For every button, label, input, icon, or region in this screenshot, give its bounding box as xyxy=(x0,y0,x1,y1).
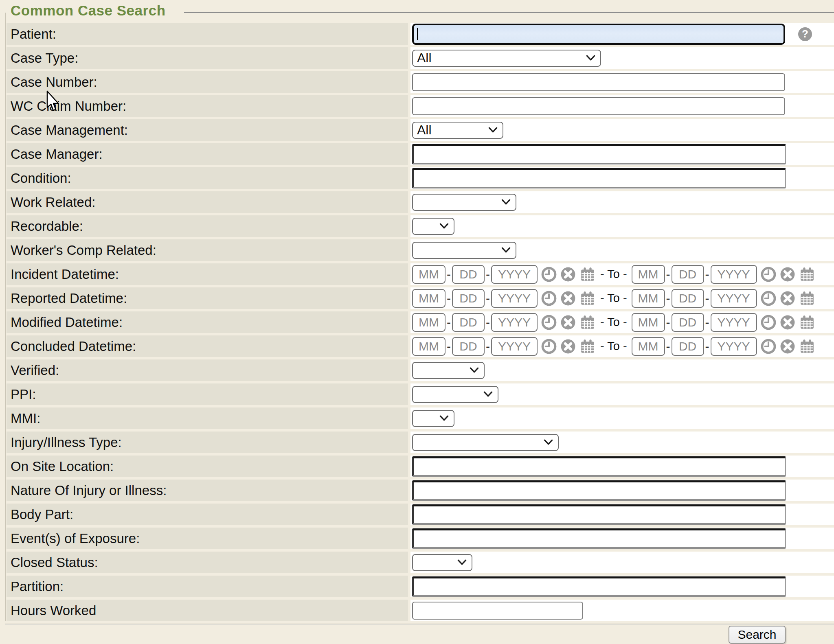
form-row-recordable: Recordable: xyxy=(7,215,834,237)
verified-select[interactable] xyxy=(412,362,485,379)
concluded-datetime-to-time-clock-icon[interactable] xyxy=(761,339,776,354)
modified-datetime-to-time-clock-icon[interactable] xyxy=(761,315,776,330)
reported-datetime-from-day-input[interactable]: DD xyxy=(452,289,485,308)
reported-datetime-label: Reported Datetime: xyxy=(7,287,408,309)
reported-datetime-to-calendar-icon[interactable] xyxy=(799,290,815,307)
concluded-datetime-from-clear-icon[interactable] xyxy=(560,339,576,354)
concluded-datetime-label: Concluded Datetime: xyxy=(7,335,408,357)
injury-illness-type-select[interactable] xyxy=(412,434,559,451)
patient-input[interactable] xyxy=(412,24,785,45)
form-row-modified-datetime: Modified Datetime:MM-DD-YYYY - To -MM-DD… xyxy=(7,311,834,333)
ppi-select[interactable] xyxy=(412,386,498,403)
incident-datetime-from-calendar-icon[interactable] xyxy=(579,266,596,283)
body-part-input[interactable] xyxy=(412,504,786,525)
form-row-incident-datetime: Incident Datetime:MM-DD-YYYY - To -MM-DD… xyxy=(7,263,834,285)
case-number-label: Case Number: xyxy=(7,71,408,93)
modified-datetime-to-calendar-icon[interactable] xyxy=(799,314,815,331)
incident-datetime-to-clear-icon[interactable] xyxy=(780,267,795,282)
modified-datetime-to-year-input[interactable]: YYYY xyxy=(711,313,757,332)
form-row-hours-worked: Hours Worked xyxy=(7,600,834,621)
incident-datetime-to-day-input[interactable]: DD xyxy=(672,265,704,284)
case-management-field-cell: All xyxy=(410,119,834,141)
incident-datetime-from-time-clock-icon[interactable] xyxy=(541,267,557,282)
concluded-datetime-to-calendar-icon[interactable] xyxy=(799,338,815,355)
form-row-injury-illness-type: Injury/Illness Type: xyxy=(7,432,834,453)
concluded-datetime-from-time-clock-icon[interactable] xyxy=(541,339,557,354)
incident-datetime-to-time-clock-icon[interactable] xyxy=(761,267,776,282)
concluded-datetime-from-year-input[interactable]: YYYY xyxy=(491,337,538,356)
modified-datetime-from-calendar-icon[interactable] xyxy=(579,314,596,331)
modified-datetime-from-time-clock-icon[interactable] xyxy=(541,315,557,330)
events-of-exposure-input[interactable] xyxy=(412,528,786,549)
reported-datetime-from-month-input[interactable]: MM xyxy=(412,289,446,308)
on-site-location-input[interactable] xyxy=(412,456,786,477)
reported-datetime-to-month-input[interactable]: MM xyxy=(632,289,665,308)
wc-claim-number-label: WC Claim Number: xyxy=(7,95,408,117)
nature-of-injury-or-illness-input[interactable] xyxy=(412,480,786,501)
fieldset-left-border xyxy=(5,13,6,621)
hours-worked-input[interactable] xyxy=(412,602,583,620)
modified-datetime-from-day-input[interactable]: DD xyxy=(452,313,485,332)
form-row-closed-status: Closed Status: xyxy=(7,552,834,573)
nature-of-injury-or-illness-label: Nature Of Injury or Illness: xyxy=(7,480,408,501)
wc-claim-number-input[interactable] xyxy=(412,97,785,115)
concluded-datetime-to-clear-icon[interactable] xyxy=(780,339,795,354)
workers-comp-related-select[interactable] xyxy=(412,242,516,259)
concluded-datetime-to-year-input[interactable]: YYYY xyxy=(711,337,757,356)
reported-datetime-to-time-clock-icon[interactable] xyxy=(761,291,776,306)
case-type-select[interactable]: All xyxy=(412,50,601,67)
closed-status-select[interactable] xyxy=(412,554,472,571)
case-number-field-cell xyxy=(410,71,834,93)
recordable-label: Recordable: xyxy=(7,215,408,237)
case-manager-label: Case Manager: xyxy=(7,143,408,165)
modified-datetime-to-month-input[interactable]: MM xyxy=(632,313,665,332)
mmi-select[interactable] xyxy=(412,410,454,427)
modified-datetime-from-month-input[interactable]: MM xyxy=(412,313,446,332)
modified-datetime-to-day-input[interactable]: DD xyxy=(672,313,704,332)
reported-datetime-from-calendar-icon[interactable] xyxy=(579,290,596,307)
partition-input[interactable] xyxy=(412,576,786,597)
partition-field-cell xyxy=(410,576,834,597)
incident-datetime-from-clear-icon[interactable] xyxy=(560,267,576,282)
reported-datetime-from-clear-icon[interactable] xyxy=(560,291,576,306)
case-management-select[interactable]: All xyxy=(412,122,503,139)
wc-claim-number-field-cell xyxy=(410,95,834,117)
modified-datetime-to-clear-icon[interactable] xyxy=(780,315,795,330)
reported-datetime-to-year-input[interactable]: YYYY xyxy=(711,289,757,308)
incident-datetime-to-calendar-icon[interactable] xyxy=(799,266,815,283)
concluded-datetime-from-calendar-icon[interactable] xyxy=(579,338,596,355)
concluded-datetime-from-month-input[interactable]: MM xyxy=(412,337,446,356)
modified-datetime-from-year-input[interactable]: YYYY xyxy=(491,313,538,332)
chevron-down-icon xyxy=(483,391,493,397)
case-manager-input[interactable] xyxy=(412,144,786,164)
reported-datetime-from-year-input[interactable]: YYYY xyxy=(491,289,538,308)
condition-input[interactable] xyxy=(412,168,786,188)
reported-datetime-to-clear-icon[interactable] xyxy=(780,291,795,306)
incident-datetime-to-month-input[interactable]: MM xyxy=(632,265,665,284)
nature-of-injury-or-illness-field-cell xyxy=(410,480,834,501)
reported-datetime-to-day-input[interactable]: DD xyxy=(672,289,704,308)
incident-datetime-from-day-input[interactable]: DD xyxy=(452,265,485,284)
incident-datetime-from-month-input[interactable]: MM xyxy=(412,265,446,284)
incident-datetime-field-cell: MM-DD-YYYY - To -MM-DD-YYYY xyxy=(410,263,834,285)
concluded-datetime-to-day-input[interactable]: DD xyxy=(672,337,704,356)
concluded-datetime-from-day-input[interactable]: DD xyxy=(452,337,485,356)
search-button[interactable]: Search xyxy=(729,626,786,644)
recordable-select[interactable] xyxy=(412,218,454,235)
fieldset-top-border xyxy=(184,12,834,13)
form-row-mmi: MMI: xyxy=(7,407,834,429)
work-related-select[interactable] xyxy=(412,194,516,211)
incident-datetime-to-year-input[interactable]: YYYY xyxy=(711,265,757,284)
modified-datetime-from-clear-icon[interactable] xyxy=(560,315,576,330)
body-part-field-cell xyxy=(410,504,834,525)
patient-help-icon[interactable]: ? xyxy=(798,27,812,41)
form-row-events-of-exposure: Event(s) of Exposure: xyxy=(7,528,834,549)
form-row-case-manager: Case Manager: xyxy=(7,143,834,165)
case-number-input[interactable] xyxy=(412,73,785,91)
concluded-datetime-to-month-input[interactable]: MM xyxy=(632,337,665,356)
form-row-case-type: Case Type:All xyxy=(7,47,834,69)
chevron-down-icon xyxy=(501,247,511,253)
incident-datetime-from-year-input[interactable]: YYYY xyxy=(491,265,538,284)
reported-datetime-from-time-clock-icon[interactable] xyxy=(541,291,557,306)
date-separator-dash: - xyxy=(705,315,709,329)
